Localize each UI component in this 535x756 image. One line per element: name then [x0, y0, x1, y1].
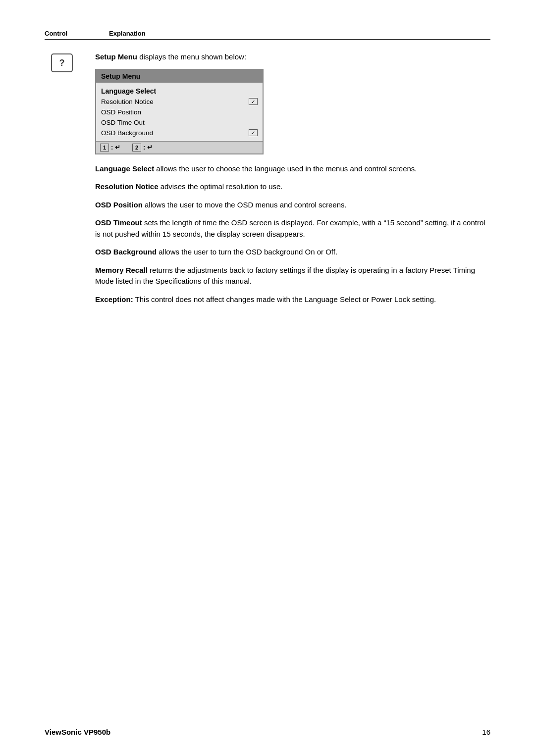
footer-brand: ViewSonic VP950b	[45, 728, 110, 736]
footer-num-1: 1	[100, 144, 109, 151]
paragraph-osd-background: OSD Background allows the user to turn t…	[95, 247, 490, 258]
para-rest: allows the user to choose the language u…	[154, 164, 417, 173]
intro-bold: Setup Menu	[95, 52, 137, 61]
control-icon-col: ?	[45, 51, 79, 312]
paragraph-osd-position: OSD Position allows the user to move the…	[95, 200, 490, 211]
menu-item-label: OSD Position	[101, 108, 141, 116]
menu-item-osd-position: OSD Position	[101, 107, 258, 117]
setup-menu-box: Setup Menu Language Select Resolution No…	[95, 69, 264, 154]
para-rest: allows the user to turn the OSD backgrou…	[157, 248, 337, 256]
para-bold: OSD Timeout	[95, 218, 142, 227]
menu-item-label: Resolution Notice	[101, 98, 154, 105]
menu-item-label: OSD Time Out	[101, 119, 145, 126]
footer-item-1: 1 : ↵	[100, 144, 120, 151]
page-container: Control Explanation ? Setup Menu display…	[0, 0, 535, 756]
paragraph-memory-recall: Memory Recall returns the adjustments ba…	[95, 265, 490, 287]
question-box: ?	[51, 53, 73, 72]
footer-icon-1: : ↵	[111, 144, 120, 151]
menu-item-label: Language Select	[101, 87, 156, 95]
check-icon-resolution: ✓	[249, 98, 258, 105]
para-bold: OSD Background	[95, 248, 157, 256]
menu-item-label: OSD Background	[101, 129, 153, 137]
footer-item-2: 2 : ↵	[132, 144, 153, 151]
paragraph-language-select: Language Select allows the user to choos…	[95, 163, 490, 175]
para-bold: OSD Position	[95, 201, 143, 209]
para-rest: allows the user to move the OSD menus an…	[143, 201, 347, 209]
paragraph-exception: Exception: This control does not affect …	[95, 294, 490, 305]
para-rest: sets the length of time the OSD screen i…	[95, 218, 485, 238]
setup-menu-title: Setup Menu	[96, 70, 263, 83]
para-bold: Resolution Notice	[95, 182, 159, 191]
paragraph-osd-timeout: OSD Timeout sets the length of time the …	[95, 217, 490, 240]
para-bold: Language Select	[95, 164, 154, 173]
brand-name: ViewSonic	[45, 728, 82, 736]
menu-item-osd-background: OSD Background ✓	[101, 128, 258, 138]
setup-menu-items: Language Select Resolution Notice ✓ OSD …	[96, 83, 263, 141]
para-bold: Exception:	[95, 295, 133, 303]
page-footer: ViewSonic VP950b 16	[45, 728, 490, 736]
header-row: Control Explanation	[45, 30, 490, 40]
question-symbol: ?	[59, 58, 65, 68]
header-control-label: Control	[45, 30, 109, 37]
paragraph-resolution-notice: Resolution Notice advises the optimal re…	[95, 181, 490, 193]
para-bold: Memory Recall	[95, 266, 148, 274]
model-name: VP950b	[84, 728, 110, 736]
footer-num-2: 2	[132, 144, 141, 151]
intro-line: Setup Menu displays the menu shown below…	[95, 51, 490, 63]
menu-footer: 1 : ↵ 2 : ↵	[96, 141, 263, 153]
footer-icon-2: : ↵	[143, 144, 153, 151]
explanation-col: Setup Menu displays the menu shown below…	[95, 51, 490, 312]
menu-item-language-select: Language Select	[101, 86, 258, 97]
header-explanation-label: Explanation	[109, 30, 146, 37]
content-area: ? Setup Menu displays the menu shown bel…	[45, 51, 490, 312]
para-rest: advises the optimal resolution to use.	[159, 182, 283, 191]
intro-rest: displays the menu shown below:	[137, 52, 246, 61]
footer-page-number: 16	[482, 728, 490, 736]
menu-item-resolution-notice: Resolution Notice ✓	[101, 97, 258, 107]
menu-item-osd-timeout: OSD Time Out	[101, 117, 258, 128]
check-icon-background: ✓	[249, 129, 258, 136]
para-rest: returns the adjustments back to factory …	[95, 266, 475, 286]
para-rest: This control does not affect changes mad…	[133, 295, 436, 303]
